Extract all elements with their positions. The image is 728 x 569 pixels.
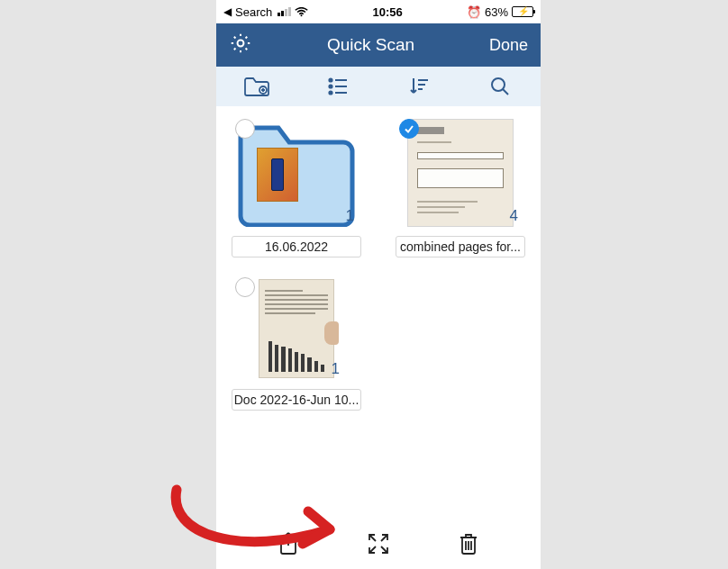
- thumbnail: 4: [396, 115, 525, 230]
- thumbnail: 1: [232, 274, 361, 384]
- search-button[interactable]: [482, 77, 518, 96]
- grid-item-doc[interactable]: 4 combined pages for...: [391, 115, 530, 257]
- selection-circle[interactable]: [399, 119, 419, 139]
- page-count: 1: [346, 207, 354, 225]
- arrows-out-icon: [367, 532, 390, 555]
- selection-circle[interactable]: [235, 277, 255, 297]
- status-left: ◀ Search: [223, 5, 308, 19]
- nav-header: Quick Scan Done: [216, 23, 541, 67]
- merge-button[interactable]: [360, 532, 396, 555]
- item-label[interactable]: combined pages for...: [396, 236, 525, 257]
- phone-frame: ◀ Search 10:56 ⏰ 63% ⚡: [216, 0, 541, 569]
- gear-icon: [229, 32, 252, 55]
- settings-button[interactable]: [229, 32, 252, 59]
- document-preview: [259, 279, 334, 378]
- list-view-button[interactable]: [320, 77, 356, 95]
- folder-plus-icon: [243, 76, 270, 97]
- status-back-label[interactable]: Search: [235, 5, 272, 19]
- battery-icon: ⚡: [512, 6, 533, 17]
- status-time: 10:56: [372, 5, 402, 19]
- toolbar: [216, 67, 541, 106]
- svg-line-13: [503, 89, 508, 95]
- nav-title: Quick Scan: [327, 35, 414, 55]
- page-count: 4: [510, 207, 518, 225]
- battery-percent: 63%: [485, 5, 508, 19]
- svg-point-3: [329, 78, 332, 81]
- sort-button[interactable]: [401, 77, 437, 96]
- document-preview: [407, 119, 514, 227]
- folder-preview: [257, 148, 298, 202]
- item-label[interactable]: Doc 2022-16-Jun 10...: [232, 389, 361, 411]
- share-icon: [278, 532, 299, 555]
- svg-point-12: [492, 78, 505, 91]
- svg-point-1: [238, 41, 244, 47]
- item-label[interactable]: 16.06.2022: [232, 236, 361, 257]
- search-icon: [490, 77, 510, 96]
- sort-icon: [409, 77, 429, 96]
- signal-icon: [278, 7, 291, 16]
- delete-button[interactable]: [450, 532, 487, 555]
- back-caret-icon[interactable]: ◀: [223, 5, 232, 18]
- status-right: ⏰ 63% ⚡: [467, 5, 533, 19]
- status-bar: ◀ Search 10:56 ⏰ 63% ⚡: [216, 0, 541, 23]
- svg-point-7: [329, 91, 332, 94]
- bottom-toolbar: [216, 519, 541, 569]
- list-icon: [328, 77, 348, 95]
- done-button[interactable]: Done: [489, 36, 528, 55]
- wifi-icon: [295, 7, 308, 17]
- share-button[interactable]: [270, 532, 306, 555]
- check-icon: [404, 123, 414, 134]
- grid-item-doc[interactable]: 1 Doc 2022-16-Jun 10...: [227, 274, 366, 411]
- documents-grid: 1 16.06.2022: [216, 106, 541, 519]
- alarm-icon: ⏰: [467, 5, 481, 19]
- grid-item-folder[interactable]: 1 16.06.2022: [227, 115, 366, 257]
- selection-circle[interactable]: [235, 119, 255, 139]
- svg-point-0: [301, 14, 303, 16]
- trash-icon: [459, 532, 478, 555]
- thumbnail: 1: [232, 115, 361, 230]
- svg-point-5: [329, 85, 332, 87]
- new-folder-button[interactable]: [239, 76, 275, 97]
- page-count: 1: [332, 360, 340, 378]
